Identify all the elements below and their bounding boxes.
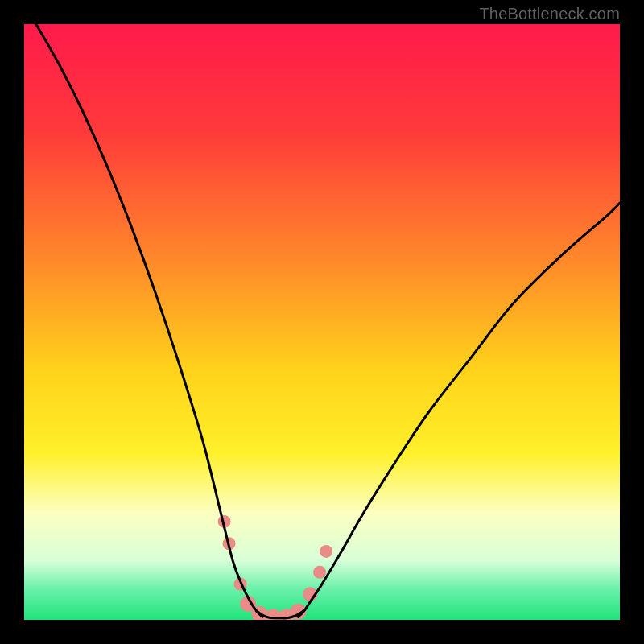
valley-marker — [313, 566, 326, 579]
chart-curves — [24, 24, 620, 620]
valley-marker — [320, 545, 332, 558]
chart-frame: TheBottleneck.com — [0, 0, 644, 644]
watermark-text: TheBottleneck.com — [479, 5, 620, 23]
plot-area — [24, 24, 620, 620]
left-curve — [36, 24, 262, 617]
right-curve — [298, 203, 620, 617]
